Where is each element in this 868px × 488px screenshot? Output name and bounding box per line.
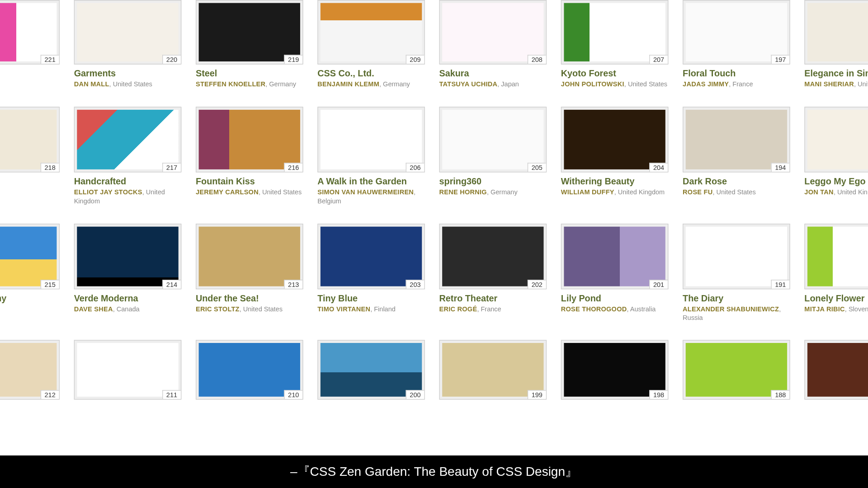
design-title[interactable]: Under the Sea! <box>196 293 303 304</box>
design-card[interactable]: 194Dark RoseROSE FU, United States <box>683 107 790 206</box>
design-card[interactable]: 205spring360RENE HORNIG, Germany <box>439 107 547 206</box>
design-card[interactable]: 196Elegance in SimMANI SHERIAR, Unite <box>804 0 868 89</box>
design-title[interactable]: CSS Co., Ltd. <box>317 68 425 79</box>
design-thumbnail[interactable]: 208 <box>439 0 547 65</box>
author-name[interactable]: JEREMY CARLSON <box>196 188 259 196</box>
author-name[interactable]: DAN MALL <box>74 80 109 88</box>
design-thumbnail[interactable]: 211 <box>74 340 182 400</box>
design-thumbnail[interactable]: 218 <box>0 107 60 172</box>
design-card[interactable]: 210 <box>196 340 303 400</box>
design-card[interactable]: 211 <box>74 340 182 400</box>
design-card[interactable]: 220GarmentsDAN MALL, United States <box>74 0 182 89</box>
design-card[interactable]: 209CSS Co., Ltd.BENJAMIN KLEMM, Germany <box>317 0 425 89</box>
design-thumbnail[interactable]: 189 <box>804 340 868 400</box>
author-name[interactable]: ELLIOT JAY STOCKS <box>74 188 142 196</box>
design-title[interactable]: Garments <box>74 68 182 79</box>
author-name[interactable]: TIMO VIRTANEN <box>317 305 370 312</box>
design-thumbnail[interactable]: 201 <box>561 223 669 289</box>
design-card[interactable]: 193Leggo My EgoJON TAN, United Kin <box>804 107 868 206</box>
design-card[interactable]: 215amed JimmyUnited States <box>0 223 60 322</box>
design-thumbnail[interactable]: 209 <box>317 0 425 65</box>
design-thumbnail[interactable]: 213 <box>196 223 303 289</box>
design-card[interactable]: 219SteelSTEFFEN KNOELLER, Germany <box>196 0 303 89</box>
design-title[interactable]: A Walk in the Garden <box>317 176 425 187</box>
design-card[interactable]: 204Withering BeautyWILLIAM DUFFY, United… <box>561 107 669 206</box>
design-card[interactable]: 214Verde ModernaDAVE SHEA, Canada <box>74 223 182 322</box>
author-name[interactable]: ROSE FU <box>683 188 712 196</box>
design-title[interactable]: Lily Pond <box>561 293 669 304</box>
design-title[interactable]: Handcrafted <box>74 176 182 187</box>
design-title[interactable]: Tiny Blue <box>317 293 425 304</box>
design-card[interactable]: 197Floral TouchJADAS JIMMY, France <box>683 0 790 89</box>
design-title[interactable]: Dark Rose <box>683 176 790 187</box>
design-thumbnail[interactable]: 206 <box>317 107 425 172</box>
author-name[interactable]: JOHN POLITOWSKI <box>561 80 624 88</box>
design-title[interactable]: spring360 <box>439 176 547 187</box>
design-thumbnail[interactable]: 217 <box>74 107 182 172</box>
design-thumbnail[interactable]: 194 <box>683 107 790 172</box>
design-title[interactable]: Withering Beauty <box>561 176 669 187</box>
author-name[interactable]: JON TAN <box>804 188 834 196</box>
design-title[interactable]: Floral Touch <box>683 68 790 79</box>
design-card[interactable]: 191The DiaryALEXANDER SHABUNIEWICZ, Russ… <box>683 223 790 322</box>
design-card[interactable]: 218y, United States <box>0 107 60 206</box>
design-title[interactable]: Kyoto Forest <box>561 68 669 79</box>
design-thumbnail[interactable]: 221 <box>0 0 60 65</box>
design-thumbnail[interactable]: 215 <box>0 223 60 289</box>
design-thumbnail[interactable]: 210 <box>196 340 303 400</box>
design-card[interactable]: 203Tiny BlueTIMO VIRTANEN, Finland <box>317 223 425 322</box>
author-name[interactable]: TATSUYA UCHIDA <box>439 80 498 88</box>
design-title[interactable]: Elegance in Sim <box>804 68 868 79</box>
design-title[interactable]: amed Jimmy <box>0 293 60 304</box>
design-title[interactable]: Retro Theater <box>439 293 547 304</box>
design-thumbnail[interactable]: 199 <box>439 340 547 400</box>
design-card[interactable]: 206A Walk in the GardenSIMON VAN HAUWERM… <box>317 107 425 206</box>
design-thumbnail[interactable]: 216 <box>196 107 303 172</box>
design-thumbnail[interactable]: 202 <box>439 223 547 289</box>
author-name[interactable]: ROSE THOROGOOD <box>561 305 627 312</box>
design-card[interactable]: 198 <box>561 340 669 400</box>
design-thumbnail[interactable]: 207 <box>561 0 669 65</box>
author-name[interactable]: ERIC ROGÉ <box>439 305 477 312</box>
design-title[interactable]: The Diary <box>683 293 790 304</box>
author-name[interactable]: ALEXANDER SHABUNIEWICZ <box>683 305 779 312</box>
design-card[interactable]: 212 <box>0 340 60 400</box>
design-thumbnail[interactable]: 190 <box>804 223 868 289</box>
design-title[interactable]: Verde Moderna <box>74 293 182 304</box>
design-title[interactable]: Sakura <box>439 68 547 79</box>
design-thumbnail[interactable]: 214 <box>74 223 182 289</box>
design-thumbnail[interactable]: 197 <box>683 0 790 65</box>
design-title[interactable]: ry Modern <box>0 68 60 79</box>
design-card[interactable]: 202Retro TheaterERIC ROGÉ, France <box>439 223 547 322</box>
design-card[interactable]: 200 <box>317 340 425 400</box>
author-name[interactable]: MITJA RIBIC <box>804 305 844 312</box>
design-thumbnail[interactable]: 212 <box>0 340 60 400</box>
design-thumbnail[interactable]: 220 <box>74 0 182 65</box>
design-thumbnail[interactable]: 200 <box>317 340 425 400</box>
author-name[interactable]: BENJAMIN KLEMM <box>317 80 379 88</box>
author-name[interactable]: JADAS JIMMY <box>683 80 729 88</box>
design-title[interactable]: Leggo My Ego <box>804 176 868 187</box>
author-name[interactable]: SIMON VAN HAUWERMEIREN <box>317 188 414 196</box>
design-card[interactable]: 199 <box>439 340 547 400</box>
author-name[interactable]: WILLIAM DUFFY <box>561 188 614 196</box>
design-card[interactable]: 221ry ModernMAN, United <box>0 0 60 89</box>
design-thumbnail[interactable]: 191 <box>683 223 790 289</box>
design-card[interactable]: 217HandcraftedELLIOT JAY STOCKS, United … <box>74 107 182 206</box>
design-thumbnail[interactable]: 219 <box>196 0 303 65</box>
design-card[interactable]: 190Lonely FlowerMITJA RIBIC, Sloven <box>804 223 868 322</box>
author-name[interactable]: STEFFEN KNOELLER <box>196 80 265 88</box>
design-thumbnail[interactable]: 204 <box>561 107 669 172</box>
design-card[interactable]: 188 <box>683 340 790 400</box>
design-thumbnail[interactable]: 188 <box>683 340 790 400</box>
author-name[interactable]: RENE HORNIG <box>439 188 487 196</box>
author-name[interactable]: ERIC STOLTZ <box>196 305 240 312</box>
design-thumbnail[interactable]: 196 <box>804 0 868 65</box>
design-thumbnail[interactable]: 193 <box>804 107 868 172</box>
design-card[interactable]: 216Fountain KissJEREMY CARLSON, United S… <box>196 107 303 206</box>
design-thumbnail[interactable]: 203 <box>317 223 425 289</box>
design-card[interactable]: 201Lily PondROSE THOROGOOD, Australia <box>561 223 669 322</box>
design-card[interactable]: 208SakuraTATSUYA UCHIDA, Japan <box>439 0 547 89</box>
design-title[interactable]: Lonely Flower <box>804 293 868 304</box>
design-thumbnail[interactable]: 198 <box>561 340 669 400</box>
